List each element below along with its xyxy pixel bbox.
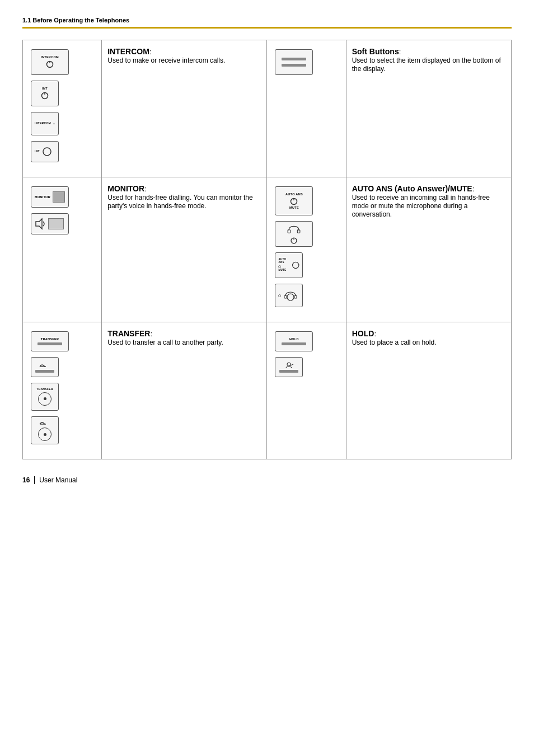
circle-icon-1 (292, 260, 299, 270)
intercom-icons-cell: INTERCOM INT (23, 40, 102, 177)
hold-desc-cell: HOLD: Used to place a call on hold. (346, 322, 511, 459)
intercom-desc: Used to make or receive intercom calls. (107, 57, 225, 64)
soft-icons (273, 47, 340, 83)
table-row: TRANSFER (23, 322, 512, 459)
monitor-btn-1: MONITOR (31, 186, 69, 208)
footer-divider (34, 476, 35, 484)
hold-btn-1: HOLD (275, 331, 313, 351)
headset-circle-icon (283, 289, 298, 302)
page-container: 1.1 Before Operating the Telephones INTE… (0, 0, 534, 506)
autoans-icons: AUTO ANS MUTE (273, 184, 340, 315)
svg-point-13 (293, 262, 299, 268)
table-row: INTERCOM INT (23, 40, 512, 177)
autoans-desc: Used to receive an incoming call in hand… (352, 194, 490, 218)
main-table: INTERCOM INT (22, 40, 512, 459)
transfer-title: TRANSFER (107, 329, 150, 338)
monitor-btn-2 (31, 213, 69, 234)
arrow-icon-2 (39, 420, 50, 426)
softbtn-icons-cell (267, 40, 346, 177)
transfer-btn-1: TRANSFER (31, 331, 69, 351)
svg-line-20 (291, 364, 293, 365)
intercom-icons: INTERCOM INT (29, 47, 96, 170)
intercom-desc-cell: INTERCOM: Used to make or receive interc… (102, 40, 267, 177)
monitor-icons: MONITOR (29, 184, 96, 242)
transfer-icons: TRANSFER (29, 329, 96, 452)
intercom-btn-1: INTERCOM (31, 49, 69, 75)
autoans-title: AUTO ANS (Auto Answer)/MUTE (352, 184, 472, 193)
page-number: 16 (22, 476, 30, 484)
monitor-icons-cell: MONITOR (23, 177, 102, 322)
monitor-desc: Used for hands-free dialling. You can mo… (107, 194, 253, 210)
soft-line-2 (282, 64, 306, 67)
soft-btn-1 (275, 49, 313, 75)
monitor-title: MONITOR (107, 184, 144, 193)
autoans-btn-3: AUTO ANS MUTE (275, 252, 303, 278)
autoans-desc-cell: AUTO ANS (Auto Answer)/MUTE: Used to rec… (346, 177, 511, 322)
power-icon-3 (53, 119, 55, 129)
section-header: 1.1 Before Operating the Telephones (22, 17, 512, 24)
manual-label: User Manual (39, 476, 77, 484)
transfer-btn-3: TRANSFER (31, 383, 59, 411)
transfer-desc: Used to transfer a call to another party… (107, 339, 223, 346)
power-icon-2 (40, 90, 50, 100)
svg-marker-6 (36, 219, 42, 229)
intercom-btn-3: INTERCOM (31, 112, 59, 135)
softbtn-title: Soft Buttons (352, 47, 399, 56)
power-icon-5 (289, 196, 299, 206)
transfer-btn-2 (31, 357, 59, 377)
hold-icons: HOLD (273, 329, 340, 385)
person-icon (283, 362, 294, 369)
svg-point-5 (43, 148, 51, 156)
svg-point-16 (287, 294, 294, 300)
power-icon-1 (45, 59, 55, 69)
table-row: MONITOR (23, 177, 512, 322)
monitor-desc-cell: MONITOR: Used for hands-free dialling. Y… (102, 177, 267, 322)
power-icon-4 (42, 147, 52, 157)
transfer-desc-cell: TRANSFER: Used to transfer a call to ano… (102, 322, 267, 459)
softbtn-desc: Used to select the item displayed on the… (352, 57, 501, 73)
speaker-icon (35, 218, 48, 230)
hold-title: HOLD (352, 329, 374, 338)
led-dot-1 (278, 265, 281, 268)
intercom-btn-2: INT (31, 81, 59, 106)
arrow-icon-1 (39, 362, 50, 369)
transfer-btn-4 (31, 416, 59, 444)
page-footer: 16 User Manual (22, 476, 512, 484)
hold-btn-2 (275, 357, 303, 377)
power-icon-6 (289, 236, 299, 245)
autoans-icons-cell: AUTO ANS MUTE (267, 177, 346, 322)
intercom-btn-4: INT (31, 141, 59, 162)
soft-line-1 (282, 58, 306, 60)
section-divider (22, 27, 512, 29)
autoans-btn-4 (275, 284, 303, 307)
softbtn-desc-cell: Soft Buttons: Used to select the item di… (346, 40, 511, 177)
autoans-btn-1: AUTO ANS MUTE (275, 186, 313, 215)
autoans-btn-2 (275, 221, 313, 247)
svg-point-19 (287, 363, 291, 366)
intercom-title: INTERCOM (107, 47, 149, 56)
headset-icon (285, 223, 302, 236)
led-dot-2 (278, 294, 281, 297)
hold-icons-cell: HOLD (267, 322, 346, 459)
transfer-icons-cell: TRANSFER (23, 322, 102, 459)
hold-desc: Used to place a call on hold. (352, 339, 437, 346)
svg-point-4 (53, 123, 54, 124)
